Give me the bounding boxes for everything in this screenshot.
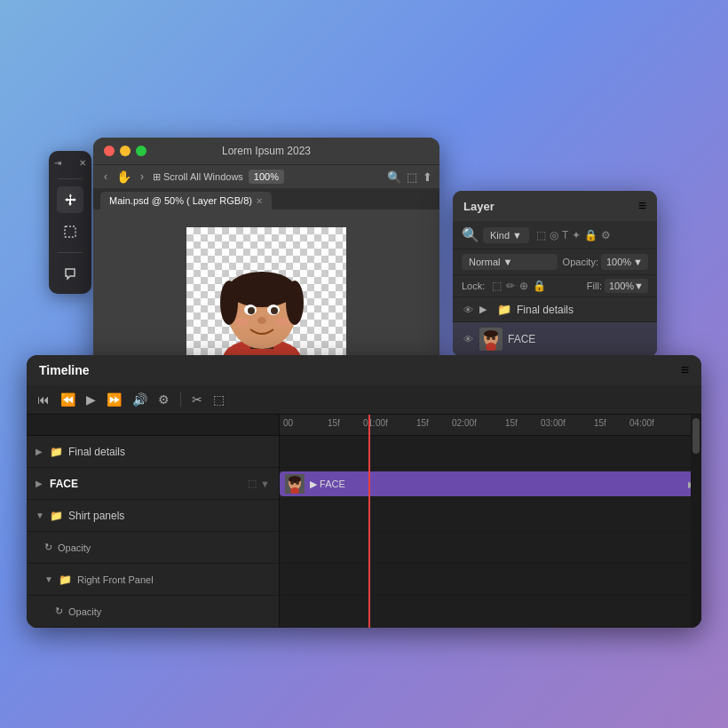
ruler-mark-15f1: 15f — [328, 418, 340, 428]
layer-panel-header: Layer ≡ — [453, 191, 657, 221]
timeline-menu[interactable]: ≡ — [681, 362, 689, 378]
scroll-all-windows[interactable]: ⊞ Scroll All Windows — [153, 171, 243, 183]
tl-layer-shirt-panels[interactable]: ▼ 📁 Shirt panels — [27, 500, 279, 532]
svg-point-11 — [271, 307, 278, 314]
timeline-layer-list: ▶ 📁 Final details ▶ FACE ⬚ ▼ ▼ 📁 Shirt p… — [27, 415, 280, 628]
type-icon[interactable]: T — [562, 229, 568, 241]
layer-item-final-details[interactable]: 👁 ▶ 📁 Final details — [453, 297, 657, 322]
lock-position-icon[interactable]: ✏ — [506, 280, 515, 292]
expand-arrow[interactable]: ▶ — [479, 304, 492, 315]
ruler-mark-02: 02:00f — [452, 418, 477, 428]
layer-list: 👁 ▶ 📁 Final details 👁 FACE — [453, 297, 657, 357]
tl-arrow-shirt: ▼ — [36, 510, 44, 520]
face-bar-thumb — [285, 474, 305, 494]
tl-name-face: FACE — [50, 478, 242, 490]
tl-name-shirt-opacity: Opacity — [58, 542, 270, 553]
thumbnail-button[interactable]: ⬚ — [211, 391, 226, 408]
layer-thumb-face — [479, 328, 502, 351]
share-icon[interactable]: ⬆ — [423, 170, 432, 184]
maximize-button[interactable] — [136, 146, 146, 156]
hand-tool[interactable]: ✋ — [116, 170, 131, 184]
scrollbar-thumb[interactable] — [692, 418, 700, 454]
track-row-face: ▶ FACE ▶ — [280, 468, 701, 500]
ruler-mark-15f2: 15f — [416, 418, 429, 428]
svg-rect-0 — [65, 226, 75, 237]
back-button[interactable]: ‹ — [100, 169, 111, 185]
minimize-button[interactable] — [120, 146, 131, 156]
close-icon[interactable]: ✕ — [79, 158, 86, 168]
layer-item-face[interactable]: 👁 FACE — [453, 322, 657, 357]
face-bar-label: ▶ FACE — [310, 479, 345, 490]
tl-layer-face[interactable]: ▶ FACE ⬚ ▼ — [27, 468, 279, 500]
play-button[interactable]: ▶ — [84, 391, 98, 408]
selection-tool[interactable] — [57, 218, 83, 245]
tab-close-button[interactable]: ✕ — [256, 196, 263, 206]
visibility-eye-face[interactable]: 👁 — [462, 334, 474, 344]
lock-pixels-icon[interactable]: ⬚ — [492, 280, 502, 292]
traffic-lights — [104, 146, 146, 156]
mode-chevron: ▼ — [502, 257, 512, 267]
shape-icon[interactable]: ✦ — [572, 229, 581, 241]
tl-layer-shirt-opacity[interactable]: ↻ Opacity — [27, 532, 279, 564]
settings-button[interactable]: ⚙ — [156, 391, 171, 408]
search-icon-layer: 🔍 — [462, 226, 479, 243]
lock-artboard-icon[interactable]: ⊕ — [519, 280, 528, 292]
pixel-icon[interactable]: ⬚ — [536, 229, 546, 241]
track-row-shirt — [280, 500, 701, 532]
forward-button[interactable]: › — [137, 169, 147, 185]
tl-name-right-front: Right Front Panel — [77, 574, 270, 585]
ps-toolbar: ‹ ✋ › ⊞ Scroll All Windows 100% 🔍 ⬚ ⬆ — [93, 164, 439, 188]
go-to-start-button[interactable]: ⏮ — [36, 391, 51, 408]
svg-point-25 — [296, 481, 299, 485]
audio-button[interactable]: 🔊 — [131, 391, 149, 408]
svg-point-13 — [234, 318, 249, 327]
tl-face-remap-icon[interactable]: ⬚ — [248, 478, 257, 489]
tl-layer-final-details[interactable]: ▶ 📁 Final details — [27, 436, 279, 468]
ruler-mark-00: 00 — [283, 418, 293, 428]
adjustment-icon[interactable]: ◎ — [550, 229, 558, 241]
lock-all-icon[interactable]: 🔒 — [533, 280, 546, 292]
timeline-header: Timeline ≡ — [27, 355, 701, 385]
window-icon[interactable]: ⬚ — [407, 170, 417, 184]
go-back-button[interactable]: ⏪ — [59, 391, 77, 408]
timeline-title: Timeline — [39, 363, 90, 377]
filter-icon[interactable]: ⚙ — [601, 229, 611, 241]
face-bar-inner: ▶ FACE — [280, 474, 351, 494]
tl-layer-rfp-opacity[interactable]: ↻ Opacity — [27, 596, 279, 628]
svg-point-18 — [487, 336, 490, 340]
visibility-eye[interactable]: 👁 — [462, 305, 474, 315]
smart-icon[interactable]: 🔒 — [584, 229, 597, 241]
move-tool[interactable] — [57, 186, 83, 213]
cut-button[interactable]: ✂ — [190, 391, 204, 408]
search-icon[interactable]: 🔍 — [387, 170, 401, 184]
tl-layer-right-front[interactable]: ▼ 📁 Right Front Panel — [27, 564, 279, 596]
fill-group: Fill: 100% ▼ — [587, 279, 648, 293]
ruler-mark-15f3: 15f — [505, 418, 518, 428]
svg-point-12 — [257, 317, 266, 324]
speech-tool[interactable] — [57, 260, 83, 287]
kind-chevron: ▼ — [512, 230, 522, 241]
timeline-scrollbar[interactable] — [691, 415, 701, 628]
svg-point-19 — [492, 336, 495, 340]
fill-value[interactable]: 100% ▼ — [605, 279, 648, 293]
layer-panel-menu[interactable]: ≡ — [638, 198, 646, 214]
track-row-rfp-opacity — [280, 596, 701, 628]
timeline-ruler: 00 15f 01:00f 15f 02:00f 15f 03:00f 15f … — [280, 415, 701, 436]
blend-mode-dropdown[interactable]: Normal ▼ — [462, 254, 558, 270]
tl-arrow-right-front: ▼ — [44, 574, 53, 584]
tl-folder-icon-rfp: 📁 — [59, 574, 72, 586]
layer-blend-controls: Normal ▼ Opacity: 100% ▼ — [453, 249, 657, 275]
collapse-icon[interactable]: ⇥ — [54, 158, 61, 168]
ps-tab-main[interactable]: Main.psd @ 50% ( Layer RGB/8) ✕ — [100, 192, 272, 210]
ruler-mark-01: 01:00f — [363, 418, 388, 428]
layer-kind-dropdown[interactable]: Kind ▼ — [483, 227, 529, 243]
face-track-bar[interactable]: ▶ FACE ▶ — [280, 471, 697, 496]
go-forward-button[interactable]: ⏩ — [105, 391, 123, 408]
opacity-value[interactable]: 100% ▼ — [601, 254, 648, 270]
close-button[interactable] — [104, 146, 115, 156]
playhead[interactable] — [368, 415, 370, 628]
zoom-level[interactable]: 100% — [249, 170, 284, 184]
svg-point-6 — [220, 281, 238, 325]
tl-face-chevron: ▼ — [260, 479, 270, 489]
tl-folder-icon-shirt: 📁 — [50, 510, 63, 522]
